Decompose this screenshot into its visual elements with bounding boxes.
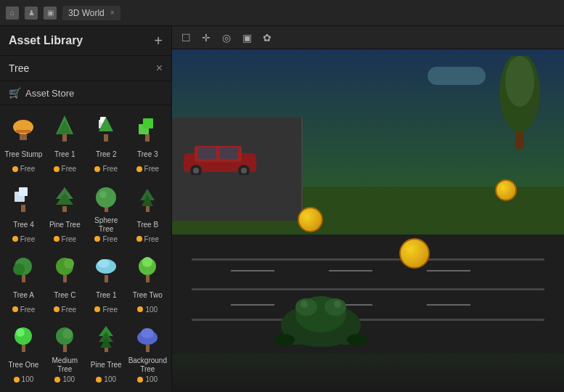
asset-thumb-tree3: [131, 113, 163, 144]
asset-name: Tree B: [136, 216, 158, 234]
asset-store-row[interactable]: 🛒 Asset Store: [0, 81, 171, 105]
asset-price: Free: [102, 306, 118, 314]
svg-point-49: [141, 328, 154, 338]
svg-point-60: [505, 56, 534, 107]
asset-name: Tree Stump: [5, 146, 43, 163]
svg-rect-52: [198, 147, 216, 159]
asset-name: Tree 1: [96, 287, 117, 304]
svg-point-39: [16, 328, 25, 337]
home-icon[interactable]: ⌂: [6, 7, 19, 20]
asset-thumb-treea: [7, 253, 39, 285]
asset-price: Free: [62, 165, 77, 173]
asset-name: Background Tree: [128, 356, 167, 374]
viewport[interactable]: ☐ ✛ ◎ ▣ ✿: [172, 26, 564, 392]
coin-icon: [96, 377, 102, 383]
coin-icon: [12, 306, 18, 312]
asset-tree-stump[interactable]: Tree Stump Free: [3, 108, 44, 179]
svg-rect-6: [104, 134, 108, 142]
search-row: Tree ×: [0, 56, 171, 81]
asset-price-row: Free: [54, 165, 77, 173]
tab-close-icon[interactable]: ×: [110, 9, 115, 17]
asset-price-row: Free: [12, 235, 36, 243]
3d-scene: [172, 49, 564, 392]
tab-3dworld[interactable]: 3D World ×: [62, 6, 120, 20]
asset-tree3[interactable]: Tree 3 Free: [127, 108, 168, 179]
coin-icon: [94, 306, 100, 312]
cube-icon[interactable]: ▣: [44, 7, 57, 20]
asset-thumb-sphere: [90, 183, 122, 215]
svg-rect-53: [220, 147, 238, 159]
coin-icon: [136, 166, 142, 172]
asset-thumb-pine2: [90, 323, 122, 355]
asset-name: Tree 4: [13, 216, 34, 234]
asset-thumb-medtree: [49, 323, 81, 355]
asset-medium-tree[interactable]: Medium Tree 100: [44, 319, 86, 389]
asset-tree-a[interactable]: Tree A Free: [3, 249, 44, 319]
asset-pine-tree[interactable]: Pine Tree Free: [44, 179, 86, 249]
asset-thumb-treeb: [131, 183, 163, 215]
asset-price: Free: [102, 235, 118, 243]
road-line: [192, 258, 544, 261]
asset-price-row: Free: [54, 306, 77, 314]
coin-icon: [137, 377, 143, 383]
svg-point-69: [274, 334, 295, 346]
asset-grid: Tree Stump Free Tree 1 Free: [0, 105, 171, 392]
cart-icon: 🛒: [9, 87, 21, 99]
asset-thumb-tree4: [7, 183, 39, 215]
svg-point-70: [347, 334, 367, 346]
svg-rect-16: [62, 206, 67, 212]
asset-tree1b[interactable]: Tree 1 Free: [86, 249, 127, 319]
move-tool-button[interactable]: ✛: [198, 30, 214, 46]
asset-pine2[interactable]: Pine Tree 100: [86, 319, 127, 389]
asset-price-row: Free: [54, 235, 77, 243]
settings-tool-button[interactable]: ✿: [259, 30, 275, 46]
coin-icon: [14, 377, 20, 383]
rotate-tool-button[interactable]: ◎: [218, 30, 234, 46]
svg-point-65: [301, 301, 308, 308]
asset-price-row: Free: [12, 165, 36, 173]
asset-name: Tree 2: [96, 146, 117, 163]
asset-tree1[interactable]: Tree 1 Free: [44, 108, 86, 179]
svg-rect-10: [145, 134, 150, 142]
asset-thumb-pine: [49, 183, 81, 215]
asset-price: Free: [144, 235, 160, 243]
asset-tree-c[interactable]: Tree C Free: [44, 249, 86, 319]
svg-point-66: [334, 301, 341, 308]
main-layout: Asset Library + Tree × 🛒 Asset Store: [0, 26, 564, 392]
asset-price-row: Free: [12, 306, 36, 314]
asset-name: Sphere Tree: [87, 216, 126, 234]
coin-icon: [137, 306, 143, 312]
coin-icon: [54, 377, 60, 383]
add-asset-button[interactable]: +: [154, 33, 163, 48]
svg-point-30: [64, 258, 74, 269]
asset-sphere-tree[interactable]: Sphere Tree Free: [86, 179, 127, 249]
scale-tool-button[interactable]: ▣: [239, 30, 255, 46]
topbar: ⌂ ♟ ▣ 3D World ×: [0, 0, 564, 26]
search-clear-button[interactable]: ×: [156, 62, 163, 75]
asset-name: Tree A: [13, 287, 34, 304]
svg-point-55: [193, 168, 199, 173]
asset-tree2[interactable]: Tree 2 Free: [86, 108, 127, 179]
asset-tree4[interactable]: Tree 4 Free: [3, 179, 44, 249]
asset-tree-b[interactable]: Tree B Free: [127, 179, 168, 249]
svg-rect-47: [146, 345, 150, 352]
select-tool-button[interactable]: ☐: [178, 30, 194, 46]
asset-price-row: Free: [136, 235, 160, 243]
asset-tree-two[interactable]: Tree Two 100: [127, 249, 168, 319]
asset-price: 100: [104, 375, 116, 383]
svg-point-20: [96, 187, 116, 208]
svg-rect-15: [19, 187, 28, 196]
svg-point-27: [13, 264, 25, 275]
asset-thumb-tree1: [49, 113, 81, 144]
asset-price: 100: [62, 375, 75, 383]
asset-price: Free: [20, 306, 36, 314]
person-icon[interactable]: ♟: [25, 7, 38, 20]
asset-name: Medium Tree: [46, 356, 84, 374]
asset-tree-one[interactable]: Tree One 100: [3, 319, 44, 389]
asset-bg-tree[interactable]: Background Tree 100: [127, 319, 168, 389]
asset-price: Free: [20, 165, 36, 173]
asset-name: Pine Tree: [49, 216, 81, 234]
svg-point-33: [98, 259, 110, 268]
asset-price-row: 100: [54, 375, 75, 383]
svg-rect-37: [22, 345, 25, 352]
